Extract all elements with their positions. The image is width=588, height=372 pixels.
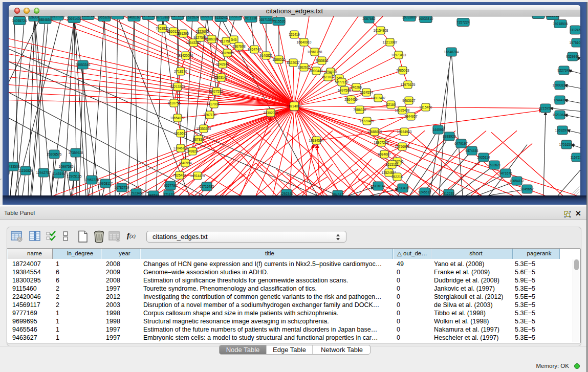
svg-text:1433506: 1433506: [9, 164, 20, 168]
svg-text:16640910: 16640910: [297, 40, 312, 43]
svg-text:16033809: 16033809: [402, 16, 417, 19]
svg-text:7625402: 7625402: [173, 173, 186, 177]
svg-text:746266: 746266: [351, 85, 362, 89]
svg-text:20691406: 20691406: [67, 16, 82, 20]
svg-text:144095: 144095: [432, 127, 444, 131]
svg-text:10654932: 10654932: [170, 116, 185, 119]
svg-text:984521: 984521: [148, 193, 159, 195]
svg-text:14914479: 14914479: [190, 173, 205, 177]
svg-text:10807487: 10807487: [371, 96, 386, 99]
svg-text:15716485: 15716485: [200, 184, 214, 188]
svg-text:2364436: 2364436: [344, 97, 358, 101]
svg-text:12213987: 12213987: [383, 40, 398, 43]
svg-text:8990448: 8990448: [310, 69, 323, 72]
svg-text:12213303: 12213303: [170, 84, 185, 88]
svg-text:6466160: 6466160: [127, 16, 141, 19]
svg-text:387834: 387834: [193, 137, 204, 141]
svg-text:1806170: 1806170: [200, 16, 213, 18]
svg-text:15751074: 15751074: [570, 40, 580, 44]
svg-text:12093822: 12093822: [553, 83, 568, 86]
svg-text:8471676: 8471676: [499, 171, 512, 174]
svg-text:10025438: 10025438: [395, 108, 410, 112]
svg-text:9227342: 9227342: [557, 68, 571, 72]
svg-text:13692971: 13692971: [555, 128, 570, 132]
svg-text:10973493: 10973493: [391, 53, 406, 56]
svg-text:1292346: 1292346: [280, 191, 293, 195]
svg-text:8215958: 8215958: [539, 106, 552, 110]
svg-text:884512: 884512: [332, 192, 343, 195]
svg-text:9242848: 9242848: [216, 62, 229, 65]
svg-text:12905135: 12905135: [67, 174, 82, 178]
svg-text:23302033: 23302033: [264, 111, 278, 114]
svg-text:8454749: 8454749: [248, 47, 261, 51]
svg-text:19654923: 19654923: [397, 129, 412, 133]
svg-text:16571355: 16571355: [259, 17, 274, 21]
svg-text:10654112: 10654112: [510, 179, 525, 182]
svg-text:417006: 417006: [208, 102, 220, 105]
svg-text:12923468: 12923468: [129, 191, 144, 194]
svg-text:10719185: 10719185: [156, 16, 170, 19]
svg-text:10688609: 10688609: [367, 129, 382, 133]
svg-text:16782759: 16782759: [115, 185, 129, 189]
svg-text:771125: 771125: [163, 192, 175, 195]
svg-text:11156829: 11156829: [18, 168, 33, 172]
svg-text:9657791: 9657791: [164, 183, 177, 187]
svg-text:7955812: 7955812: [315, 58, 329, 62]
svg-text:7357224: 7357224: [456, 20, 470, 24]
svg-text:3875685: 3875685: [221, 51, 234, 54]
svg-text:8427552: 8427552: [210, 89, 223, 93]
svg-text:9245612: 9245612: [418, 190, 431, 193]
svg-text:9329996: 9329996: [566, 54, 579, 58]
svg-text:891295: 891295: [178, 31, 189, 35]
svg-text:2803144: 2803144: [214, 75, 228, 79]
svg-text:3624554: 3624554: [360, 90, 373, 94]
svg-text:252214: 252214: [391, 174, 403, 178]
svg-text:10756928: 10756928: [395, 144, 410, 148]
svg-text:10653267: 10653267: [97, 16, 112, 19]
svg-text:2718170: 2718170: [174, 69, 187, 73]
svg-text:16033810: 16033810: [419, 16, 433, 20]
svg-text:9115460: 9115460: [420, 105, 432, 108]
svg-text:1244415: 1244415: [553, 98, 567, 101]
svg-text:1145194: 1145194: [53, 171, 66, 175]
svg-text:16648784: 16648784: [444, 50, 459, 53]
svg-text:6479197: 6479197: [454, 141, 468, 145]
svg-text:1640994: 1640994: [179, 161, 192, 164]
svg-text:9474444: 9474444: [465, 148, 478, 152]
svg-text:14055724: 14055724: [12, 18, 27, 22]
svg-text:19218506: 19218506: [553, 21, 568, 25]
svg-text:8938923: 8938923: [443, 134, 456, 138]
svg-text:9135246: 9135246: [214, 16, 228, 19]
svg-text:12353594: 12353594: [197, 126, 211, 130]
svg-text:2322605: 2322605: [195, 29, 209, 33]
svg-text:9777169: 9777169: [335, 80, 349, 83]
svg-text:62160: 62160: [386, 102, 396, 106]
svg-text:9463627: 9463627: [402, 98, 416, 102]
svg-text:1527602: 1527602: [111, 16, 124, 17]
svg-text:1093721: 1093721: [81, 16, 95, 17]
svg-text:3267130: 3267130: [203, 113, 216, 116]
svg-text:16571358: 16571358: [170, 16, 185, 17]
svg-text:8813055: 8813055: [546, 16, 559, 17]
svg-text:16197103: 16197103: [50, 16, 65, 18]
svg-text:9884654: 9884654: [38, 17, 52, 21]
svg-text:12975125: 12975125: [401, 82, 416, 86]
svg-text:10961758: 10961758: [308, 50, 322, 53]
svg-text:6497568: 6497568: [338, 88, 351, 92]
svg-text:15136141: 15136141: [371, 184, 386, 187]
svg-text:1588520: 1588520: [272, 57, 286, 61]
svg-text:2344957: 2344957: [404, 114, 418, 118]
svg-text:19384554: 19384554: [309, 138, 324, 142]
svg-text:812235: 812235: [443, 191, 454, 195]
svg-text:7515526: 7515526: [272, 19, 286, 23]
svg-text:546: 546: [231, 37, 237, 41]
svg-text:12942757: 12942757: [36, 170, 51, 174]
svg-text:9127509: 9127509: [193, 35, 207, 39]
svg-text:10154808: 10154808: [374, 28, 388, 32]
svg-text:17957225: 17957225: [84, 178, 99, 181]
svg-text:125419: 125419: [289, 32, 300, 36]
svg-text:10997585: 10997585: [59, 164, 74, 168]
svg-text:2935114: 2935114: [477, 155, 490, 159]
svg-text:1733426: 1733426: [396, 186, 409, 189]
svg-text:2367608: 2367608: [232, 44, 246, 48]
